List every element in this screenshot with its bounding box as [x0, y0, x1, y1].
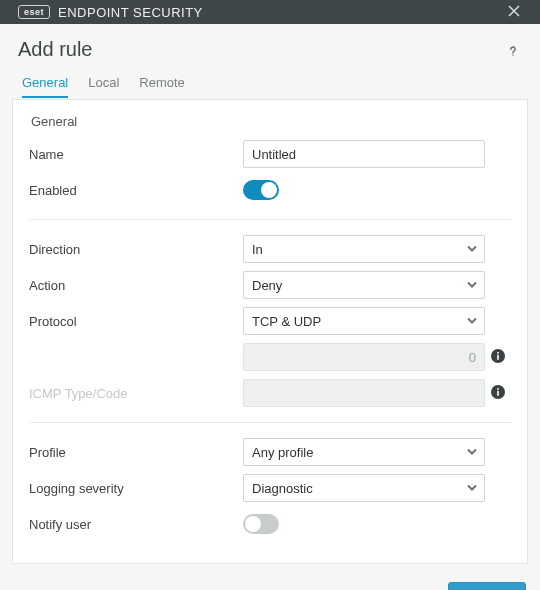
- row-name: Name: [29, 139, 511, 169]
- label-profile: Profile: [29, 445, 239, 460]
- label-icmp: ICMP Type/Code: [29, 386, 239, 401]
- help-button[interactable]: [504, 43, 522, 61]
- tab-general[interactable]: General: [22, 69, 68, 98]
- tab-local[interactable]: Local: [88, 69, 119, 98]
- tab-remote[interactable]: Remote: [139, 69, 185, 98]
- row-severity: Logging severity Diagnostic: [29, 473, 511, 503]
- toggle-knob: [245, 516, 261, 532]
- brand: eset ENDPOINT SECURITY: [18, 5, 203, 20]
- info-icon: [490, 384, 506, 403]
- notify-toggle[interactable]: [243, 514, 279, 534]
- svg-rect-1: [497, 354, 499, 359]
- row-protocol-number: [29, 342, 511, 372]
- brand-text: ENDPOINT SECURITY: [58, 5, 203, 20]
- severity-select[interactable]: Diagnostic: [243, 474, 485, 502]
- name-input[interactable]: [243, 140, 485, 168]
- label-severity: Logging severity: [29, 481, 239, 496]
- header: Add rule: [0, 24, 540, 69]
- row-enabled: Enabled: [29, 175, 511, 205]
- titlebar: eset ENDPOINT SECURITY: [0, 0, 540, 24]
- protocol-number-input: [243, 343, 485, 371]
- profile-select[interactable]: Any profile: [243, 438, 485, 466]
- action-select[interactable]: Deny: [243, 271, 485, 299]
- toggle-knob: [261, 182, 277, 198]
- row-icmp: ICMP Type/Code: [29, 378, 511, 408]
- brand-badge: eset: [18, 5, 50, 19]
- enabled-toggle[interactable]: [243, 180, 279, 200]
- panel-general: General Name Enabled Direction In: [12, 99, 528, 564]
- tabs: General Local Remote: [0, 69, 540, 99]
- info-icon: [490, 348, 506, 367]
- svg-rect-5: [497, 388, 499, 390]
- label-name: Name: [29, 147, 239, 162]
- ok-button[interactable]: OK: [448, 582, 526, 590]
- svg-rect-4: [497, 390, 499, 395]
- row-protocol: Protocol TCP & UDP: [29, 306, 511, 336]
- row-profile: Profile Any profile: [29, 437, 511, 467]
- label-enabled: Enabled: [29, 183, 239, 198]
- footer: OK: [0, 574, 540, 590]
- direction-select[interactable]: In: [243, 235, 485, 263]
- label-action: Action: [29, 278, 239, 293]
- section-label: General: [31, 114, 511, 129]
- protocol-select[interactable]: TCP & UDP: [243, 307, 485, 335]
- info-button[interactable]: [489, 384, 507, 402]
- window: eset ENDPOINT SECURITY Add rule General …: [0, 0, 540, 590]
- page-title: Add rule: [18, 38, 93, 61]
- row-action: Action Deny: [29, 270, 511, 300]
- row-direction: Direction In: [29, 234, 511, 264]
- label-notify: Notify user: [29, 517, 239, 532]
- close-button[interactable]: [502, 0, 526, 24]
- svg-rect-2: [497, 352, 499, 354]
- divider: [29, 422, 511, 423]
- help-icon: [506, 44, 520, 61]
- info-button[interactable]: [489, 348, 507, 366]
- icmp-input: [243, 379, 485, 407]
- row-notify: Notify user: [29, 509, 511, 539]
- close-icon: [508, 5, 520, 20]
- label-protocol: Protocol: [29, 314, 239, 329]
- label-direction: Direction: [29, 242, 239, 257]
- divider: [29, 219, 511, 220]
